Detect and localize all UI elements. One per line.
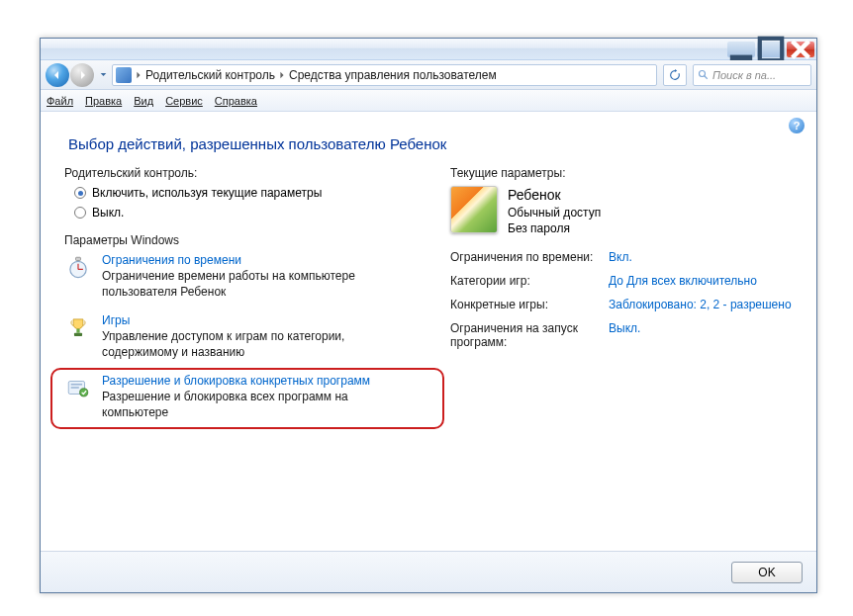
search-placeholder: Поиск в па... <box>712 69 776 81</box>
control-panel-icon <box>116 67 132 83</box>
nav-back-button[interactable] <box>46 63 69 87</box>
param-games-label: Конкретные игры: <box>450 298 599 311</box>
user-role: Обычный доступ <box>508 205 601 220</box>
svg-point-10 <box>80 389 88 396</box>
help-icon[interactable]: ? <box>789 118 805 133</box>
programs-icon <box>64 374 92 401</box>
close-button[interactable] <box>787 42 814 57</box>
section-windows-params: Параметры Windows <box>64 233 440 247</box>
svg-rect-6 <box>74 333 82 336</box>
link-allow-block-programs[interactable]: Разрешение и блокировка конкретных прогр… <box>102 374 399 388</box>
section-parental-control: Родительский контроль: <box>64 166 440 180</box>
radio-disable[interactable]: Выкл. <box>74 206 440 220</box>
param-programs-value[interactable]: Выкл. <box>609 321 793 349</box>
user-avatar <box>450 186 498 233</box>
address-bar[interactable]: Родительский контроль Средства управлени… <box>112 64 657 86</box>
user-password-status: Без пароля <box>508 220 601 236</box>
breadcrumb-parental[interactable]: Родительский контроль <box>143 68 277 82</box>
menu-file[interactable]: Файл <box>47 95 73 107</box>
param-gamecat-label: Категории игр: <box>450 274 599 288</box>
radio-enable[interactable]: Включить, используя текущие параметры <box>74 186 440 200</box>
param-programs-label: Ограничения на запуск программ: <box>450 321 599 349</box>
footer: OK <box>41 551 816 592</box>
svg-rect-1 <box>760 38 782 59</box>
search-input[interactable]: Поиск в па... <box>693 64 811 86</box>
navbar: Родительский контроль Средства управлени… <box>41 60 816 90</box>
stopwatch-icon <box>64 253 92 281</box>
desc-time-limits: Ограничение времени работы на компьютере… <box>102 269 399 300</box>
menu-view[interactable]: Вид <box>134 95 153 107</box>
desc-games: Управление доступом к играм по категории… <box>102 329 399 360</box>
link-games[interactable]: Игры <box>102 313 399 327</box>
maximize-button[interactable] <box>757 42 785 57</box>
svg-rect-4 <box>76 257 81 260</box>
param-time-value[interactable]: Вкл. <box>609 250 793 264</box>
menu-edit[interactable]: Правка <box>85 95 122 107</box>
section-current-params: Текущие параметры: <box>450 166 793 180</box>
nav-forward-button[interactable] <box>70 63 94 87</box>
breadcrumb-usercontrols[interactable]: Средства управления пользователем <box>287 68 499 82</box>
search-icon <box>698 69 710 81</box>
nav-history-dropdown[interactable] <box>98 66 108 84</box>
param-gamecat-value[interactable]: До Для всех включительно <box>609 274 793 288</box>
refresh-button[interactable] <box>663 64 687 86</box>
content-area: ? Выбор действий, разрешенных пользовате… <box>41 112 816 551</box>
link-time-limits[interactable]: Ограничения по времени <box>102 253 399 267</box>
trophy-icon <box>64 313 92 341</box>
svg-point-2 <box>700 70 706 76</box>
minimize-button[interactable] <box>727 42 755 57</box>
titlebar <box>41 39 816 60</box>
param-time-label: Ограничения по времени: <box>450 250 599 264</box>
page-title: Выбор действий, разрешенных пользователю… <box>68 135 793 152</box>
desc-allow-block-programs: Разрешение и блокировка всех программ на… <box>102 390 399 420</box>
param-games-value[interactable]: Заблокировано: 2, 2 - разрешено <box>609 298 793 311</box>
svg-rect-8 <box>71 384 82 386</box>
menu-help[interactable]: Справка <box>215 95 257 107</box>
user-name: Ребенок <box>508 186 601 205</box>
svg-rect-5 <box>76 329 79 333</box>
ok-button[interactable]: OK <box>731 562 803 583</box>
svg-rect-0 <box>730 54 752 60</box>
menu-tools[interactable]: Сервис <box>165 95 203 107</box>
svg-rect-9 <box>71 388 79 390</box>
menubar: Файл Правка Вид Сервис Справка <box>41 90 816 112</box>
window: Родительский контроль Средства управлени… <box>40 38 817 593</box>
